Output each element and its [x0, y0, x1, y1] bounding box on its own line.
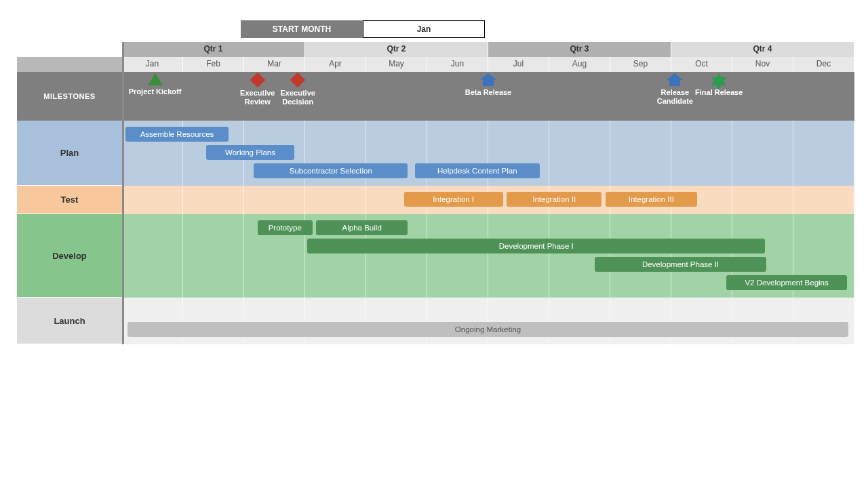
category-row-plan: PlanAssemble ResourcesWorking PlansSubco… — [17, 121, 854, 186]
arrow-up-icon — [669, 79, 680, 86]
month-cell: Jul — [488, 57, 549, 72]
quarter-cell: Qtr 4 — [671, 42, 854, 57]
task-bar[interactable]: Alpha Build — [316, 220, 408, 235]
month-cell: Jun — [427, 57, 488, 72]
milestone-label: Project Kickoff — [129, 87, 182, 96]
start-month-input[interactable]: Jan — [363, 20, 485, 38]
quarter-cell: Qtr 3 — [488, 42, 671, 57]
category-body: Integration IIntegration IIIntegration I… — [122, 186, 854, 214]
month-cell: Apr — [305, 57, 366, 72]
task-bar[interactable]: Working Plans — [206, 145, 294, 160]
milestone-label: Beta Release — [465, 88, 512, 97]
month-cell: Feb — [183, 57, 244, 72]
task-bar[interactable]: Helpdesk Content Plan — [415, 163, 540, 178]
task-bar[interactable]: Subcontractor Selection — [254, 163, 408, 178]
category-label: Launch — [17, 298, 122, 344]
category-label: Test — [17, 186, 122, 214]
timeline-grid: Qtr 1Qtr 2Qtr 3Qtr 4 JanFebMarAprMayJunJ… — [17, 42, 854, 344]
start-month-row: START MONTH Jan — [241, 20, 854, 38]
month-cell: Mar — [244, 57, 305, 72]
timeline-divider — [122, 42, 124, 344]
category-body: Ongoing Marketing — [122, 298, 854, 344]
task-bar[interactable]: Integration II — [507, 192, 601, 207]
start-month-label: START MONTH — [241, 20, 363, 38]
milestone-final-release: Final Release — [692, 73, 746, 97]
month-cell: Dec — [793, 57, 854, 72]
triangle-icon — [148, 73, 163, 85]
category-body: Assemble ResourcesWorking PlansSubcontra… — [122, 121, 854, 186]
quarter-cell: Qtr 2 — [305, 42, 488, 57]
month-cell: Aug — [549, 57, 610, 72]
diamond-icon — [290, 73, 306, 88]
milestone-band: MILESTONES Project KickoffExecutive Revi… — [17, 72, 854, 121]
month-cell: May — [366, 57, 427, 72]
milestone-project-kickoff: Project Kickoff — [128, 73, 182, 96]
task-bar[interactable]: Integration I — [404, 192, 503, 207]
header-spacer — [17, 42, 122, 57]
milestones-heading: MILESTONES — [17, 72, 122, 121]
category-row-test: TestIntegration IIntegration IIIntegrati… — [17, 186, 854, 214]
task-bar[interactable]: Integration III — [606, 192, 697, 207]
category-row-launch: LaunchOngoing Marketing — [17, 298, 854, 344]
arrow-up-icon — [483, 79, 494, 86]
month-header: JanFebMarAprMayJunJulAugSepOctNovDec — [17, 57, 854, 72]
milestone-executive-decision: Executive Decision — [271, 73, 325, 106]
task-bar[interactable]: Prototype — [258, 220, 313, 235]
category-label: Develop — [17, 214, 122, 298]
header-spacer — [17, 57, 122, 72]
categories: PlanAssemble ResourcesWorking PlansSubco… — [17, 121, 854, 344]
roadmap-page: START MONTH Jan Qtr 1Qtr 2Qtr 3Qtr 4 Jan… — [0, 0, 868, 488]
month-cell: Sep — [610, 57, 671, 72]
milestone-label: Executive Decision — [271, 89, 325, 106]
task-bar[interactable]: V2 Development Begins — [726, 275, 847, 290]
task-bar[interactable]: Ongoing Marketing — [127, 322, 849, 337]
quarter-cell: Qtr 1 — [122, 42, 305, 57]
task-bar[interactable]: Assemble Resources — [125, 127, 228, 142]
category-body: PrototypeAlpha BuildDevelopment Phase ID… — [122, 214, 854, 298]
category-label: Plan — [17, 121, 122, 186]
task-bar[interactable]: Development Phase I — [307, 239, 765, 253]
diamond-icon — [250, 73, 265, 88]
category-row-develop: DevelopPrototypeAlpha BuildDevelopment P… — [17, 214, 854, 298]
month-cell: Nov — [732, 57, 793, 72]
month-cell: Oct — [671, 57, 732, 72]
month-cell: Jan — [122, 57, 183, 72]
milestone-area: Project KickoffExecutive ReviewExecutive… — [122, 72, 854, 121]
milestone-beta-release: Beta Release — [461, 73, 515, 97]
star6-icon — [711, 73, 726, 85]
task-bar[interactable]: Development Phase II — [595, 257, 767, 272]
quarter-header: Qtr 1Qtr 2Qtr 3Qtr 4 — [17, 42, 854, 57]
